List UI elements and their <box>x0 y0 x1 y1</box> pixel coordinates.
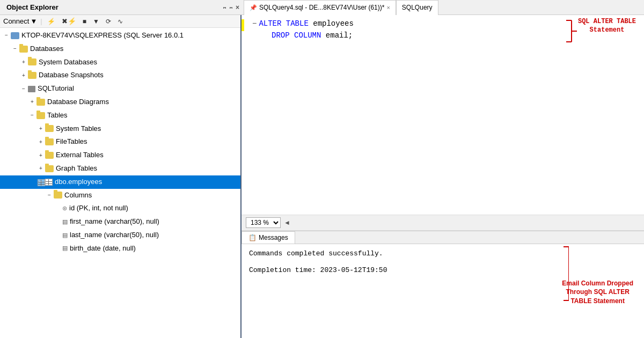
oe-toolbar: Connect ▼ | ⚡ ✖⚡ ■ ▼ ⟳ ∿ <box>0 15 240 28</box>
title-bar: Object Explorer ꟷ ꟷ × 📌 SQLQuery4.sql - … <box>0 0 644 15</box>
pin-icon[interactable]: ꟷ <box>223 4 226 11</box>
messages-tab-label: Messages <box>259 234 288 241</box>
system-tables-folder-icon <box>45 125 54 132</box>
messages-tab[interactable]: 📋 Messages <box>241 231 295 244</box>
databases-node[interactable]: − Databases <box>0 42 240 56</box>
kw-drop-column: DROP COLUMN <box>272 31 321 40</box>
db-diagrams-node[interactable]: + Database Diagrams <box>0 95 240 109</box>
filetables-expander[interactable]: + <box>36 138 45 146</box>
tables-expander[interactable]: − <box>28 111 36 120</box>
db-diagrams-expander[interactable]: + <box>28 98 36 106</box>
employees-table-icon <box>45 179 53 186</box>
object-explorer-tree: − KTOP-8KEV74V\SQLEXPRESS (SQL Server 16… <box>0 28 240 338</box>
filetables-node[interactable]: + FileTables <box>0 135 240 149</box>
db-snapshots-expander[interactable]: + <box>19 71 28 80</box>
object-explorer-panel: Connect ▼ | ⚡ ✖⚡ ■ ▼ ⟳ ∿ − KTOP-8KEV74V\… <box>0 15 241 338</box>
tab-1-label: SQLQuery4.sql - DE...8KEV74V\User (61))* <box>259 4 384 11</box>
db-diagrams-label: Database Diagrams <box>47 97 109 108</box>
collapse-icon-1[interactable]: − <box>252 19 257 28</box>
filetables-folder-icon <box>45 138 54 145</box>
right-panel: − ALTER TABLE employees DROP COLUMN emai… <box>241 15 644 338</box>
messages-line-3: Completion time: 2023-05-12T19:50 <box>249 266 636 274</box>
server-expander[interactable]: − <box>2 31 11 40</box>
sqltutorial-db-icon <box>28 86 35 92</box>
system-db-expander[interactable]: + <box>19 58 28 67</box>
employees-label: dbo.employees <box>55 177 102 188</box>
col-lastname-node[interactable]: ▤ last_name (varchar(50), null) <box>0 229 240 242</box>
graph-tables-node[interactable]: + Graph Tables <box>0 162 240 175</box>
col-id-node[interactable]: ⊛ id (PK, int, not null) <box>0 202 240 215</box>
oe-window-controls: ꟷ ꟷ × <box>223 4 239 11</box>
tab-2-label: SQLQuery <box>402 4 433 11</box>
system-databases-label: System Databases <box>39 57 97 68</box>
messages-tab-bar: 📋 Messages <box>241 231 644 244</box>
columns-node[interactable]: − Columns <box>0 189 240 202</box>
zoom-select[interactable]: 133 % 100 % 75 % <box>246 217 281 228</box>
graph-tables-label: Graph Tables <box>56 163 97 174</box>
server-label: KTOP-8KEV74V\SQLEXPRESS (SQL Server 16.0… <box>21 30 184 41</box>
external-tables-node[interactable]: + External Tables <box>0 149 240 162</box>
system-databases-node[interactable]: + System Databases <box>0 56 240 69</box>
kw-alter-table: ALTER TABLE <box>259 19 308 28</box>
sql-table-name: employees <box>309 19 354 28</box>
current-line-indicator <box>241 19 244 31</box>
db-snapshots-label: Database Snapshots <box>39 70 104 81</box>
system-tables-node[interactable]: + System Tables <box>0 122 240 136</box>
sqltutorial-expander[interactable]: − <box>19 85 28 93</box>
columns-expander[interactable]: − <box>45 191 54 200</box>
server-node[interactable]: − KTOP-8KEV74V\SQLEXPRESS (SQL Server 16… <box>0 29 240 42</box>
sqltutorial-node[interactable]: − SQLTutorial <box>0 82 240 95</box>
zoom-bar: 133 % 100 % 75 % ◄ <box>241 215 644 231</box>
col-firstname-node[interactable]: ▤ first_name (varchar(50), null) <box>0 215 240 229</box>
zoom-arrow-icon[interactable]: ◄ <box>284 219 290 226</box>
auto-hide-icon[interactable]: ꟷ <box>229 4 232 11</box>
col-firstname-label: first_name (varchar(50), null) <box>70 216 159 227</box>
object-explorer-label: Object Explorer <box>6 3 58 11</box>
tables-node[interactable]: − Tables <box>0 109 240 122</box>
db-snapshots-folder-icon <box>28 72 36 79</box>
refresh-icon[interactable]: ⟳ <box>104 17 113 26</box>
tab-1-close[interactable]: × <box>386 4 390 11</box>
close-oe-icon[interactable]: × <box>236 4 239 11</box>
system-tables-expander[interactable]: + <box>36 124 45 133</box>
tab-pin-icon: 📌 <box>250 4 257 11</box>
messages-line-1: Commands completed successfully. <box>249 249 636 258</box>
messages-tab-icon: 📋 <box>248 234 257 241</box>
server-icon <box>11 32 19 39</box>
query-tab-2[interactable]: SQLQuery <box>396 0 438 15</box>
graph-tables-folder-icon <box>45 165 54 172</box>
query-tab-1[interactable]: 📌 SQLQuery4.sql - DE...8KEV74V\User (61)… <box>244 0 396 15</box>
sql-editor[interactable]: − ALTER TABLE employees DROP COLUMN emai… <box>241 15 644 215</box>
filter-icon[interactable]: ▼ <box>91 17 101 26</box>
object-explorer-title-bar: Object Explorer ꟷ ꟷ × <box>2 3 244 11</box>
db-diagrams-folder-icon <box>36 99 45 106</box>
databases-label: Databases <box>30 43 63 55</box>
system-tables-label: System Tables <box>56 123 101 135</box>
system-db-folder-icon <box>28 58 36 65</box>
graph-tables-expander[interactable]: + <box>36 164 45 173</box>
dbo-employees-node[interactable]: − dbo.employees <box>0 175 240 189</box>
external-tables-expander[interactable]: + <box>36 151 45 160</box>
new-query-icon[interactable]: ⚡ <box>46 17 57 26</box>
stop-icon[interactable]: ✖⚡ <box>60 17 78 26</box>
columns-folder-icon <box>54 192 62 199</box>
tables-folder-icon <box>36 112 45 119</box>
col-lastname-label: last_name (varchar(50), null) <box>70 230 159 241</box>
connect-label: Connect <box>3 17 29 25</box>
query-tabs-bar: 📌 SQLQuery4.sql - DE...8KEV74V\User (61)… <box>244 0 642 15</box>
db-snapshots-node[interactable]: + Database Snapshots <box>0 69 240 82</box>
databases-expander[interactable]: − <box>11 45 19 53</box>
messages-content: Commands completed successfully. Complet… <box>241 244 644 338</box>
connect-button[interactable]: Connect ▼ <box>3 17 37 25</box>
messages-panel: 📋 Messages Commands completed successful… <box>241 231 644 338</box>
key-icon: ⊛ <box>62 204 67 214</box>
col-birthdate-icon: ▤ <box>62 244 68 253</box>
col-birthdate-label: birth_date (date, null) <box>70 243 136 254</box>
tables-label: Tables <box>47 110 68 121</box>
sqltutorial-label: SQLTutorial <box>38 83 74 94</box>
disconnect-icon[interactable]: ■ <box>81 17 88 26</box>
main-layout: Connect ▼ | ⚡ ✖⚡ ■ ▼ ⟳ ∿ − KTOP-8KEV74V\… <box>0 15 644 338</box>
col-birthdate-node[interactable]: ▤ birth_date (date, null) <box>0 242 240 255</box>
col-id-label: id (PK, int, not null) <box>69 203 128 214</box>
summary-icon[interactable]: ∿ <box>116 17 125 26</box>
